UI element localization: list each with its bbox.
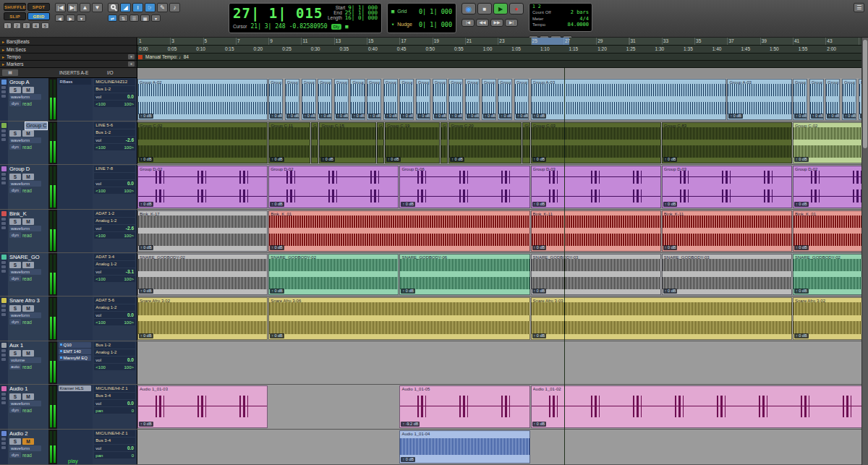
tempo-event-label[interactable]: Manual Tempo: ♩84	[145, 54, 189, 59]
mute-button[interactable]: M	[22, 350, 34, 357]
audio-clip[interactable]: Group↑ 0 dB	[399, 79, 414, 120]
clip-gain-badge[interactable]: ↑ 0 dB	[728, 114, 743, 119]
mute-button[interactable]: M	[22, 87, 34, 93]
output-selector[interactable]: Bus 3-4	[94, 393, 135, 399]
clip-gain-badge[interactable]: ↑ 0 dB	[532, 114, 547, 119]
track-name[interactable]: SNARE_GO	[9, 254, 47, 261]
automation-mode-button[interactable]: read	[22, 188, 32, 193]
horizontal-zoom-in-button[interactable]: ▶	[66, 14, 75, 22]
stop-button[interactable]: ■	[477, 3, 492, 14]
elastic-audio-selector[interactable]: dyn	[9, 452, 21, 458]
vertical-scrollbar-thumb[interactable]	[863, 40, 867, 148]
automation-mode-button[interactable]: read	[22, 233, 32, 238]
grid-display-button[interactable]: ▦	[140, 14, 150, 22]
track-mini-button[interactable]	[1, 218, 6, 221]
audio-clip[interactable]: Group↑ 0 dB	[285, 79, 299, 120]
zoom-preset-4-button[interactable]: 4	[32, 22, 40, 29]
volume-value[interactable]: -2.6	[126, 226, 134, 231]
delay-compensation-badge[interactable]: Dly	[331, 24, 342, 30]
clip-gain-badge[interactable]: ↑ 0 dB	[401, 457, 415, 462]
clip-gain-badge[interactable]: ↑ 0 dB	[467, 114, 480, 119]
clip-gain-badge[interactable]: ↑ 0 dB	[319, 114, 332, 119]
clip-gain-badge[interactable]: ↑ 0 dB	[532, 202, 547, 207]
track-view-selector[interactable]: volume	[9, 357, 41, 363]
vertical-zoom-out-button[interactable]: ▼	[92, 3, 103, 12]
scrubber-tool-button[interactable]: ♪	[169, 3, 180, 12]
volume-value[interactable]: 0.0	[127, 312, 134, 317]
input-selector[interactable]: LINE 7-8	[94, 166, 135, 172]
audio-clip[interactable]: Group↑ 0 dB	[302, 79, 316, 120]
insert-slot[interactable]: MannyM EQ	[59, 355, 92, 361]
clip-gain-badge[interactable]: ↑ 0 dB	[794, 245, 809, 250]
audio-clip[interactable]: Group C-20↑ 0 dB	[448, 122, 522, 163]
track-mini-button[interactable]	[1, 138, 6, 141]
audio-clip[interactable]: Gi	[377, 122, 384, 163]
inserts-column[interactable]	[57, 297, 93, 341]
track-view-selector[interactable]: waveform	[9, 445, 41, 451]
audio-clip[interactable]: Snare Afro 3-03↑ 0 dB	[531, 297, 792, 340]
pan-value[interactable]: <100	[95, 189, 106, 193]
input-selector[interactable]: ADAT 5-6	[94, 297, 135, 304]
pan-row[interactable]: <100100>	[94, 187, 135, 194]
output-selector[interactable]: Analog 1-2	[94, 261, 135, 268]
clip-gain-badge[interactable]: ↑ 0 dB	[139, 333, 153, 338]
pan-value[interactable]: 100>	[124, 365, 134, 370]
track-mini-button[interactable]	[1, 309, 6, 312]
pan-value[interactable]: 100>	[124, 234, 134, 238]
pan-row[interactable]: <100100>	[94, 144, 135, 150]
track-mini-button[interactable]	[1, 226, 6, 229]
ruler-label-row[interactable]: ▸Bars|Beats	[0, 38, 137, 46]
track-name[interactable]: Group C	[25, 122, 46, 129]
zoom-preset-2-button[interactable]: 2	[13, 22, 21, 29]
track-mini-button[interactable]	[1, 354, 6, 357]
track-mini-button[interactable]	[1, 358, 6, 361]
meter-value[interactable]: 4/4	[579, 16, 589, 22]
clip-gain-badge[interactable]: ↑ 0 dB	[532, 422, 547, 427]
pan-value[interactable]: pan	[95, 453, 103, 458]
track-mini-button[interactable]	[1, 95, 6, 98]
inserts-column[interactable]	[57, 165, 93, 209]
audio-clip[interactable]: Group↑ 0 dB	[433, 79, 447, 120]
zoom-preset-1-button[interactable]: 1	[4, 22, 12, 29]
track-view-selector[interactable]: waveform	[9, 401, 41, 406]
ruler-label-row[interactable]: ▸Min:Secs	[0, 46, 137, 54]
elastic-audio-selector[interactable]: dyn	[9, 276, 21, 281]
clip-gain-badge[interactable]: ↑ 0 dB	[270, 289, 284, 294]
audio-clip[interactable]: Group↑ 0 dB	[793, 79, 807, 120]
audio-clip[interactable]: Group↑ 0 dB	[809, 79, 824, 120]
clip-gain-badge[interactable]: ↑ 0 dB	[663, 202, 678, 207]
input-selector[interactable]: MIC/LINE/HiZ12	[94, 79, 135, 85]
track-mini-button[interactable]	[1, 182, 6, 184]
clip-gain-badge[interactable]: ↑ 0 dB	[499, 114, 512, 119]
vertical-scrollbar[interactable]	[861, 38, 868, 465]
track-name[interactable]: Bink_K	[9, 210, 47, 218]
track-mini-button[interactable]	[1, 438, 6, 440]
input-selector[interactable]: ADAT 3-4	[94, 254, 135, 260]
audio-clip[interactable]: Audio 1_01-02↑ 0 dB	[531, 385, 863, 428]
clip-gain-badge[interactable]: ↑ 0 dB	[401, 289, 415, 294]
clip-gain-badge[interactable]: ↑ 0 dB	[663, 245, 678, 250]
input-selector[interactable]: MIC/LINE/HI-Z 1	[94, 385, 135, 392]
audio-clip[interactable]: Group D-02↑ 0 dB	[268, 166, 399, 208]
pan-value[interactable]: pan	[95, 409, 103, 413]
track-lane[interactable]: Snare Afro 3-02↑ 0 dBSnare Afro 3-06↑ 0 …	[137, 297, 868, 341]
clip-gain-badge[interactable]: ↑ 0 dB	[532, 289, 547, 294]
audio-clip[interactable]: Group↑ 0 dB	[514, 79, 529, 120]
track-lane[interactable]: Bink_K-17↑ 0 dBBink_K_01↑ 0 dBBink_K-11↑…	[137, 210, 868, 252]
track-mini-button[interactable]	[1, 173, 6, 176]
output-selector[interactable]: Analog 1-2	[94, 349, 135, 356]
clip-gain-badge[interactable]: ↑ 0 dB	[270, 333, 284, 338]
track-mini-button[interactable]	[1, 397, 6, 400]
solo-button[interactable]: S	[9, 130, 21, 137]
inserts-column[interactable]	[57, 121, 93, 164]
audio-clip[interactable]: Group C-02↑ 0 dB	[137, 122, 268, 163]
clip-gain-badge[interactable]: ↑ 0 dB	[270, 202, 284, 207]
elastic-audio-selector[interactable]: auto	[9, 364, 21, 370]
clip-gain-badge[interactable]: ↑ 0 dB	[794, 202, 809, 207]
grabber-tool-button[interactable]: ☞	[145, 3, 156, 12]
pan-value[interactable]: 100>	[124, 102, 134, 106]
clip-gain-badge[interactable]: ↑ 0 dB	[827, 114, 840, 119]
audio-clip[interactable]: Group↑ 0 dB	[842, 79, 856, 120]
return-to-zero-button[interactable]: |◀	[461, 19, 475, 27]
clip-gain-badge[interactable]: ↑ 0 dB	[303, 114, 316, 119]
